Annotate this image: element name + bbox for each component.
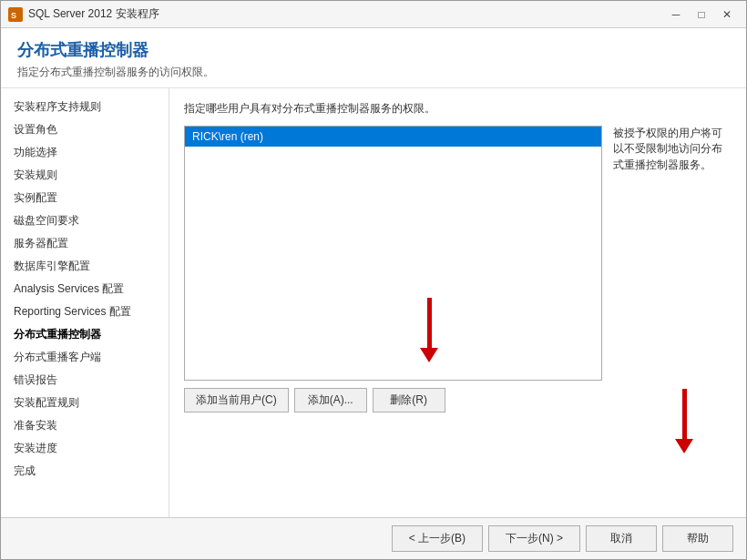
remove-button[interactable]: 删除(R) xyxy=(373,388,445,412)
panel-description: 指定哪些用户具有对分布式重播控制器服务的权限。 xyxy=(184,101,732,117)
sidebar-item-instance-config[interactable]: 实例配置 xyxy=(1,187,169,209)
close-button[interactable]: ✕ xyxy=(715,5,739,24)
sidebar-item-setup-support-rules[interactable]: 安装程序支持规则 xyxy=(1,96,169,118)
sidebar-item-install-progress[interactable]: 安装进度 xyxy=(1,437,169,460)
sidebar-item-db-engine-config[interactable]: 数据库引擎配置 xyxy=(1,255,169,278)
cancel-button[interactable]: 取消 xyxy=(586,525,657,552)
help-button[interactable]: 帮助 xyxy=(662,525,733,552)
next-button[interactable]: 下一步(N) > xyxy=(488,525,580,552)
add-button[interactable]: 添加(A)... xyxy=(294,388,367,412)
page-subtitle: 指定分布式重播控制器服务的访问权限。 xyxy=(17,65,730,80)
sidebar-item-complete[interactable]: 完成 xyxy=(1,460,169,483)
title-bar: S SQL Server 2012 安装程序 ─ □ ✕ xyxy=(1,1,746,28)
sidebar-item-feature-selection[interactable]: 功能选择 xyxy=(1,141,169,164)
sidebar-item-reporting-services[interactable]: Reporting Services 配置 xyxy=(1,300,169,323)
app-icon: S xyxy=(8,7,23,22)
sidebar-item-server-config[interactable]: 服务器配置 xyxy=(1,232,169,255)
prev-button[interactable]: < 上一步(B) xyxy=(392,525,483,552)
user-list-item[interactable]: RICK\ren (ren) xyxy=(185,127,601,147)
sidebar-item-ready-to-install[interactable]: 准备安装 xyxy=(1,414,169,437)
add-current-user-button[interactable]: 添加当前用户(C) xyxy=(184,388,289,412)
sidebar-item-disk-space[interactable]: 磁盘空间要求 xyxy=(1,209,169,232)
sidebar-item-install-rules[interactable]: 安装规则 xyxy=(1,164,169,187)
right-panel: 指定哪些用户具有对分布式重播控制器服务的权限。 RICK\ren (ren) 添… xyxy=(169,88,746,517)
page-header: 分布式重播控制器 指定分布式重播控制器服务的访问权限。 xyxy=(1,28,746,88)
sidebar-item-error-report[interactable]: 错误报告 xyxy=(1,369,169,392)
maximize-button[interactable]: □ xyxy=(690,5,713,24)
panel-body: RICK\ren (ren) 添加当前用户(C) 添加(A)... 删除(R) … xyxy=(184,126,732,508)
sidebar-item-install-config-rules[interactable]: 安装配置规则 xyxy=(1,392,169,414)
svg-text:S: S xyxy=(11,11,16,20)
sidebar-item-distributed-replay-client[interactable]: 分布式重播客户端 xyxy=(1,346,169,369)
user-list[interactable]: RICK\ren (ren) xyxy=(184,126,602,381)
page-title: 分布式重播控制器 xyxy=(17,39,730,61)
bottom-bar: < 上一步(B) 下一步(N) > 取消 帮助 xyxy=(1,517,746,559)
main-window: S SQL Server 2012 安装程序 ─ □ ✕ 分布式重播控制器 指定… xyxy=(0,0,747,560)
window-title: SQL Server 2012 安装程序 xyxy=(28,6,664,22)
sidebar-item-setup-role[interactable]: 设置角色 xyxy=(1,118,169,141)
content-area: 安装程序支持规则 设置角色 功能选择 安装规则 实例配置 磁盘空间要求 服务器配… xyxy=(1,88,746,517)
sidebar: 安装程序支持规则 设置角色 功能选择 安装规则 实例配置 磁盘空间要求 服务器配… xyxy=(1,88,169,517)
action-button-row: 添加当前用户(C) 添加(A)... 删除(R) xyxy=(184,388,602,412)
minimize-button[interactable]: ─ xyxy=(664,5,688,24)
sidebar-item-distributed-replay-controller[interactable]: 分布式重播控制器 xyxy=(1,323,169,346)
sidebar-item-analysis-services[interactable]: Analysis Services 配置 xyxy=(1,278,169,300)
side-hint: 被授予权限的用户将可以不受限制地访问分布式重播控制器服务。 xyxy=(613,126,732,508)
user-list-container: RICK\ren (ren) 添加当前用户(C) 添加(A)... 删除(R) xyxy=(184,126,602,508)
window-controls: ─ □ ✕ xyxy=(664,5,739,24)
